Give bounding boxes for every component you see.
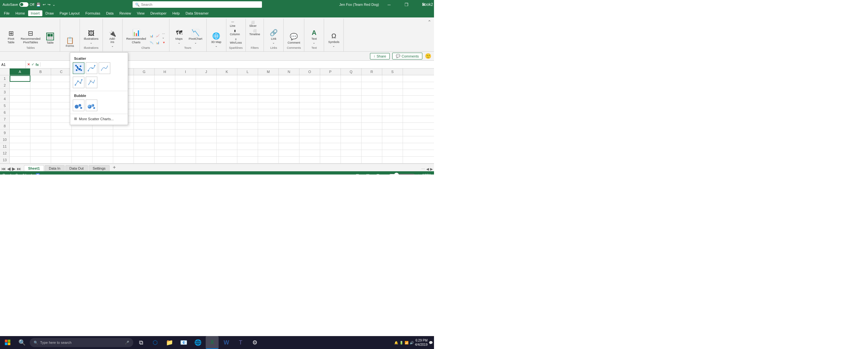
cell-A9[interactable] xyxy=(10,130,30,136)
cell-A11[interactable] xyxy=(10,143,30,150)
row-header-1[interactable]: 1 xyxy=(0,75,10,82)
cell-G10[interactable] xyxy=(134,136,155,143)
col-bar-chart-button[interactable]: 📊 xyxy=(149,34,154,38)
cell-S6[interactable] xyxy=(382,109,403,116)
col-header-N[interactable]: N xyxy=(279,69,300,75)
row-header-8[interactable]: 8 xyxy=(0,123,10,129)
smiley-button[interactable]: 🙂 xyxy=(425,53,431,59)
cell-P1[interactable] xyxy=(320,75,341,82)
cell-P3[interactable] xyxy=(320,89,341,95)
combo-chart-button[interactable]: 🔻 xyxy=(161,40,166,45)
cell-R8[interactable] xyxy=(362,123,382,129)
cell-K4[interactable] xyxy=(217,96,237,102)
cell-H1[interactable] xyxy=(155,75,175,82)
cell-S3[interactable] xyxy=(382,89,403,95)
3dmap-button[interactable]: 🌐 3D Map ⌄ xyxy=(209,31,223,48)
cell-P4[interactable] xyxy=(320,96,341,102)
scatter-smooth-lines-markers-option[interactable] xyxy=(86,62,97,74)
cell-O1[interactable] xyxy=(300,75,320,82)
cell-B11[interactable] xyxy=(30,143,51,150)
cell-I2[interactable] xyxy=(175,82,196,89)
cell-J8[interactable] xyxy=(196,123,217,129)
cell-O10[interactable] xyxy=(300,136,320,143)
cell-S5[interactable] xyxy=(382,102,403,109)
comments-button[interactable]: 💬 Comments xyxy=(392,53,422,60)
menu-page-layout[interactable]: Page Layout xyxy=(57,10,82,16)
cell-I12[interactable] xyxy=(175,150,196,156)
cell-C12[interactable] xyxy=(51,150,72,156)
cell-M1[interactable] xyxy=(258,75,279,82)
cell-C5[interactable] xyxy=(51,102,72,109)
col-header-P[interactable]: P xyxy=(320,69,341,75)
cell-H4[interactable] xyxy=(155,96,175,102)
cell-S4[interactable] xyxy=(382,96,403,102)
cell-D11[interactable] xyxy=(72,143,92,150)
cell-E9[interactable] xyxy=(92,130,113,136)
cell-reference[interactable]: A1 xyxy=(0,61,26,68)
cell-A5[interactable] xyxy=(10,102,30,109)
forms-button[interactable]: 📋 Forms xyxy=(63,37,77,48)
cell-M5[interactable] xyxy=(258,102,279,109)
cell-L12[interactable] xyxy=(237,150,258,156)
cell-I5[interactable] xyxy=(175,102,196,109)
cell-S10[interactable] xyxy=(382,136,403,143)
cell-D10[interactable] xyxy=(72,136,92,143)
cell-H8[interactable] xyxy=(155,123,175,129)
cell-O7[interactable] xyxy=(300,116,320,123)
cell-A1[interactable] xyxy=(10,75,30,82)
row-header-4[interactable]: 4 xyxy=(0,96,10,102)
cell-C6[interactable] xyxy=(51,109,72,116)
cell-G13[interactable] xyxy=(134,157,155,163)
scatter-chart-button[interactable]: ⋯ ⌄ xyxy=(161,32,166,40)
cell-F9[interactable] xyxy=(113,130,134,136)
cell-A2[interactable] xyxy=(10,82,30,89)
cell-O5[interactable] xyxy=(300,102,320,109)
tab-settings[interactable]: Settings xyxy=(89,165,110,171)
cell-R13[interactable] xyxy=(362,157,382,163)
cell-J1[interactable] xyxy=(196,75,217,82)
cell-M12[interactable] xyxy=(258,150,279,156)
cell-M6[interactable] xyxy=(258,109,279,116)
zoom-level[interactable]: 100% xyxy=(422,173,431,174)
col-header-A[interactable]: A xyxy=(10,69,30,75)
cell-Q6[interactable] xyxy=(341,109,362,116)
menu-insert[interactable]: Insert xyxy=(28,10,42,16)
cell-L1[interactable] xyxy=(237,75,258,82)
normal-view-button[interactable]: ▦ xyxy=(353,171,361,174)
cell-F11[interactable] xyxy=(113,143,134,150)
cell-I6[interactable] xyxy=(175,109,196,116)
col-header-C[interactable]: C xyxy=(51,69,72,75)
cell-K10[interactable] xyxy=(217,136,237,143)
cell-O8[interactable] xyxy=(300,123,320,129)
formula-cancel-icon[interactable]: ✕ xyxy=(27,62,30,67)
cell-N2[interactable] xyxy=(279,82,300,89)
cell-C8[interactable] xyxy=(51,123,72,129)
menu-data-streamer[interactable]: Data Streamer xyxy=(183,10,212,16)
scatter-straight-lines-option[interactable] xyxy=(86,77,97,88)
cell-J6[interactable] xyxy=(196,109,217,116)
cell-I10[interactable] xyxy=(175,136,196,143)
cell-L7[interactable] xyxy=(237,116,258,123)
cell-J12[interactable] xyxy=(196,150,217,156)
cell-M4[interactable] xyxy=(258,96,279,102)
cell-B9[interactable] xyxy=(30,130,51,136)
col-header-G[interactable]: G xyxy=(134,69,155,75)
row-header-2[interactable]: 2 xyxy=(0,82,10,89)
cell-I4[interactable] xyxy=(175,96,196,102)
cell-R2[interactable] xyxy=(362,82,382,89)
cell-P10[interactable] xyxy=(320,136,341,143)
cell-J13[interactable] xyxy=(196,157,217,163)
cell-R7[interactable] xyxy=(362,116,382,123)
cell-A7[interactable] xyxy=(10,116,30,123)
tab-data-out[interactable]: Data Out xyxy=(65,165,88,171)
row-header-11[interactable]: 11 xyxy=(0,143,10,150)
more-scatter-charts-button[interactable]: ⊞ More Scatter Charts... xyxy=(70,115,128,122)
cell-E13[interactable] xyxy=(92,157,113,163)
tab-bar-options-icon[interactable]: ⋯ xyxy=(422,167,425,171)
cell-L9[interactable] xyxy=(237,130,258,136)
cell-I11[interactable] xyxy=(175,143,196,150)
cell-G11[interactable] xyxy=(134,143,155,150)
tab-sheet1[interactable]: Sheet1 xyxy=(24,165,44,171)
cell-Q4[interactable] xyxy=(341,96,362,102)
cell-C2[interactable] xyxy=(51,82,72,89)
